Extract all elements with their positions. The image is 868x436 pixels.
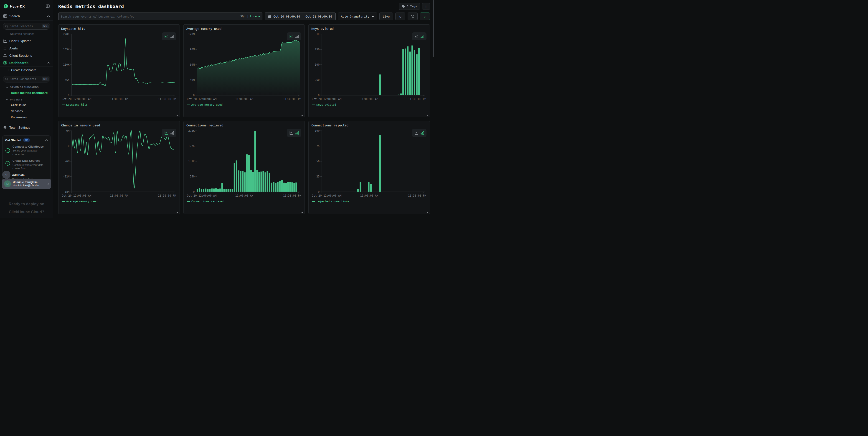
line-chart-icon[interactable]	[414, 34, 418, 38]
resize-handle[interactable]	[302, 114, 303, 116]
chart-title: Connections recieved	[186, 123, 302, 127]
run-query-button[interactable]: ▷	[420, 12, 430, 20]
svg-text:-18M: -18M	[63, 190, 69, 194]
svg-text:-12M: -12M	[63, 175, 69, 178]
chart-title: Keyspace hits	[61, 27, 177, 31]
svg-text:750: 750	[315, 48, 320, 51]
sidebar-item-client-sessions[interactable]: Client Sessions	[0, 52, 53, 59]
date-range-picker[interactable]: Oct 20 00:00:00 - Oct 21 00:00:00	[265, 12, 336, 20]
get-started-item-connect[interactable]: Connect to ClickHouse Set up your databa…	[5, 145, 48, 156]
event-search-input[interactable]	[61, 15, 239, 18]
line-chart-icon[interactable]	[289, 131, 293, 135]
search-icon	[5, 25, 8, 28]
scrollbar[interactable]	[433, 0, 434, 57]
search-icon	[5, 78, 8, 81]
resize-handle[interactable]	[177, 114, 178, 116]
chart-type-toggle	[287, 129, 301, 137]
get-started-item-sources[interactable]: Create Data Sources Configure where your…	[5, 159, 48, 170]
line-chart-icon[interactable]	[164, 34, 168, 38]
sql-toggle[interactable]: SQL	[240, 15, 245, 18]
sidebar-item-dashboards[interactable]: Dashboards	[0, 59, 53, 66]
svg-text:11:30:00 PM: 11:30:00 PM	[158, 97, 176, 101]
user-menu[interactable]: D dominic.tran@clic... dominic.tran@clic…	[2, 179, 51, 189]
lucene-toggle[interactable]: Lucene	[250, 15, 260, 18]
saved-dashboards-section-header[interactable]: SAVED DASHBOARDS	[0, 84, 53, 89]
svg-text:11:30:00 PM: 11:30:00 PM	[408, 97, 426, 101]
bell-icon	[3, 47, 7, 50]
chart-type-toggle	[287, 32, 301, 40]
chart-plot[interactable]: 120M90M60M30M0Oct 20 12:00:00 AM11:00:00…	[186, 31, 302, 103]
resize-handle[interactable]	[302, 211, 303, 212]
saved-dashboards-input[interactable]	[10, 78, 40, 81]
clickhouse-cloud-teaser: Ready to deploy on ClickHouse Cloud?	[0, 200, 53, 216]
page-title: Redis metrics dashboard	[58, 4, 399, 9]
chart-type-toggle	[412, 32, 427, 40]
refresh-button[interactable]: ↻	[395, 12, 405, 20]
avatar: D	[4, 180, 11, 187]
filter-edit-button[interactable]	[408, 12, 417, 20]
live-button[interactable]: Live	[379, 12, 393, 20]
svg-text:11:00:00 AM: 11:00:00 AM	[360, 194, 378, 197]
granularity-select[interactable]: Auto Granularity	[338, 12, 377, 20]
resize-handle[interactable]	[427, 114, 428, 116]
chart-legend: Keys evicted	[311, 103, 427, 106]
svg-text:Oct 20 12:00:00 AM: Oct 20 12:00:00 AM	[62, 97, 91, 101]
preset-clickhouse[interactable]: ClickHouse	[0, 102, 53, 108]
sidebar-item-chart-explorer[interactable]: Chart Explorer	[0, 37, 53, 45]
dashboards-icon	[3, 61, 7, 65]
sidebar-item-redis-dashboard[interactable]: Redis metrics dashboard	[0, 89, 53, 96]
sidebar-item-alerts[interactable]: Alerts	[0, 45, 53, 52]
bar-chart-icon[interactable]	[421, 34, 424, 38]
chart-plot[interactable]: 2.2K1.7K1.1K5500Oct 20 12:00:00 AM11:00:…	[186, 127, 302, 200]
svg-text:110K: 110K	[63, 63, 69, 66]
chart-plot[interactable]: 220K165K110K55K0Oct 20 12:00:00 AM11:00:…	[61, 31, 177, 103]
chevron-up-icon[interactable]	[45, 139, 48, 141]
chart-legend: Keyspace hits	[61, 103, 177, 106]
svg-text:11:00:00 AM: 11:00:00 AM	[360, 97, 378, 101]
svg-text:90M: 90M	[190, 48, 194, 51]
resize-handle[interactable]	[177, 211, 178, 212]
chart-card-connections-received: Connections recieved 2.2K1.7K1.1K5500Oct…	[183, 121, 305, 214]
svg-text:220K: 220K	[63, 33, 69, 36]
saved-searches-input[interactable]	[10, 25, 40, 28]
bar-chart-icon[interactable]	[170, 34, 174, 38]
chart-legend: rejected connections	[311, 200, 427, 203]
bar-chart-icon[interactable]	[296, 131, 299, 135]
line-chart-icon[interactable]	[414, 131, 418, 135]
chart-plot[interactable]: 6M0-6M-12M-18MOct 20 12:00:00 AM11:00:00…	[61, 127, 177, 200]
bar-chart-icon[interactable]	[170, 131, 174, 135]
get-started-progress-badge: 2/3	[23, 138, 30, 142]
line-chart-icon[interactable]	[164, 131, 168, 135]
sidebar-search-label: Search	[9, 14, 45, 18]
svg-text:11:00:00 AM: 11:00:00 AM	[110, 194, 128, 197]
svg-text:250: 250	[315, 78, 320, 82]
chart-legend: Average memory used	[186, 103, 302, 106]
presets-section-header[interactable]: PRESETS	[0, 96, 53, 102]
svg-text:11:00:00 AM: 11:00:00 AM	[235, 194, 253, 197]
chevron-down-icon	[372, 16, 374, 17]
svg-text:25: 25	[316, 175, 320, 178]
line-chart-icon[interactable]	[289, 34, 293, 38]
chart-card-avg-memory: Average memory used 120M90M60M30M0Oct 20…	[183, 24, 305, 117]
tags-button[interactable]: 0 Tags	[399, 3, 420, 10]
create-dashboard-button[interactable]: Create Dashboard	[0, 67, 53, 74]
chart-plot[interactable]: 1K7505002500Oct 20 12:00:00 AM11:00:00 A…	[311, 31, 427, 103]
toolbar: SQL | Lucene Oct 20 00:00:00 - Oct 21 00…	[58, 12, 430, 20]
chart-plot[interactable]: 1007550250Oct 20 12:00:00 AM11:00:00 AM1…	[311, 127, 427, 200]
sidebar-item-team-settings[interactable]: Team Settings	[0, 122, 53, 133]
more-menu-button[interactable]: ⋮	[422, 3, 430, 10]
preset-services[interactable]: Services	[0, 108, 53, 114]
app-root: HyperDX Search ⌘K No saved searches	[0, 0, 434, 218]
resize-handle[interactable]	[427, 211, 428, 212]
bar-chart-icon[interactable]	[296, 34, 299, 38]
sidebar-section-search[interactable]: Search	[0, 12, 53, 20]
laptop-icon	[3, 54, 7, 57]
help-button[interactable]: ?	[2, 171, 10, 179]
main-content: Redis metrics dashboard 0 Tags ⋮ SQL | L…	[53, 0, 434, 218]
preset-kubernetes[interactable]: Kubernetes	[0, 114, 53, 120]
saved-searches-input-wrap: ⌘K	[3, 23, 50, 30]
collapse-sidebar-icon[interactable]	[46, 4, 50, 8]
svg-text:Oct 20 12:00:00 AM: Oct 20 12:00:00 AM	[312, 194, 341, 197]
divider	[0, 20, 53, 21]
bar-chart-icon[interactable]	[421, 131, 424, 135]
